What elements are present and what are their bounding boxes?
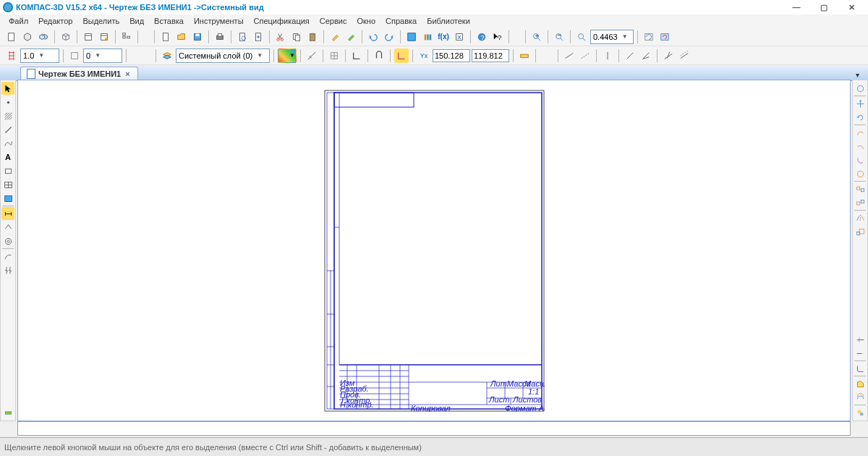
- zoom-fit-icon[interactable]: [574, 30, 589, 44]
- move-icon[interactable]: [854, 97, 867, 110]
- rotate-icon[interactable]: [854, 111, 867, 124]
- close-button[interactable]: ✕: [838, 1, 865, 14]
- substep-combo[interactable]: 0▼: [83, 48, 122, 63]
- brush2-icon[interactable]: [344, 30, 358, 44]
- tab-dropdown-icon[interactable]: ▾: [850, 69, 865, 80]
- minimize-button[interactable]: —: [783, 1, 810, 14]
- zoom-in-icon[interactable]: +: [529, 30, 544, 44]
- new-icon[interactable]: [158, 30, 173, 44]
- manager-icon[interactable]: [404, 30, 419, 44]
- refresh-icon[interactable]: [642, 30, 656, 44]
- view-tool-icon[interactable]: [1, 192, 14, 205]
- drawing-canvas[interactable]: Изм Разраб. Пров. Т.контр. Н.контр. Лит.…: [18, 80, 850, 421]
- spec-icon[interactable]: [81, 30, 95, 44]
- ortho-icon[interactable]: [349, 48, 364, 63]
- arc3-icon[interactable]: [854, 153, 867, 166]
- spline-tool-icon[interactable]: [1, 137, 14, 150]
- menu-libraries[interactable]: Библиотеки: [422, 15, 475, 27]
- copy-icon[interactable]: [289, 30, 304, 44]
- grid-icon[interactable]: [327, 48, 341, 63]
- state-icon[interactable]: [4, 48, 19, 63]
- offset-line-icon[interactable]: [677, 48, 692, 63]
- local-cs-icon[interactable]: [394, 48, 409, 63]
- scale-icon[interactable]: [854, 225, 867, 238]
- trim-icon[interactable]: [854, 333, 867, 346]
- point-tool-icon[interactable]: [1, 96, 14, 109]
- open-icon[interactable]: [174, 30, 189, 44]
- paste-icon[interactable]: [305, 30, 320, 44]
- new-part-icon[interactable]: [20, 30, 35, 44]
- coord-x[interactable]: 150.128: [433, 49, 470, 62]
- vars-icon[interactable]: x: [452, 30, 467, 44]
- coord-y[interactable]: 119.812: [472, 49, 509, 62]
- menu-spec[interactable]: Спецификация: [250, 15, 314, 27]
- line-tool-icon[interactable]: [1, 123, 14, 136]
- measure-icon[interactable]: [517, 48, 532, 63]
- undo-icon[interactable]: [366, 30, 380, 44]
- zoom-out-icon[interactable]: −: [552, 30, 566, 44]
- rough-tool-icon[interactable]: [1, 221, 14, 234]
- whatsthis-icon[interactable]: ?: [490, 30, 505, 44]
- step-combo[interactable]: 1.0▼: [20, 48, 59, 63]
- state2-icon[interactable]: [67, 48, 82, 63]
- contour-icon[interactable]: [854, 377, 867, 390]
- print-icon[interactable]: [213, 30, 227, 44]
- equiv-icon[interactable]: [854, 391, 867, 404]
- redo-icon[interactable]: [382, 30, 396, 44]
- arc2-icon[interactable]: [854, 140, 867, 153]
- angle-line-icon[interactable]: [639, 48, 653, 63]
- text-tool-icon[interactable]: A: [1, 151, 14, 164]
- dim-tool-icon[interactable]: [1, 207, 14, 220]
- preview-icon[interactable]: [235, 30, 250, 44]
- table-tool-icon[interactable]: [1, 178, 14, 191]
- redraw-icon[interactable]: [658, 30, 672, 44]
- cursor-tool-icon[interactable]: [1, 82, 14, 95]
- mirror-icon[interactable]: [854, 211, 867, 224]
- hatch-tool-icon[interactable]: [1, 109, 14, 122]
- help-icon[interactable]: ?: [475, 30, 489, 44]
- diag-line-icon[interactable]: [623, 48, 637, 63]
- lib-icon[interactable]: [420, 30, 435, 44]
- fx-icon[interactable]: f(x): [436, 30, 451, 44]
- menu-insert[interactable]: Вставка: [150, 15, 188, 27]
- spec2-icon[interactable]: [97, 30, 111, 44]
- vert-line-icon[interactable]: [600, 48, 615, 63]
- menu-file[interactable]: Файл: [4, 15, 33, 27]
- cube-icon[interactable]: [59, 30, 73, 44]
- tree-icon[interactable]: [119, 30, 134, 44]
- new-assembly-icon[interactable]: [36, 30, 51, 44]
- line1-icon[interactable]: [562, 48, 576, 63]
- perp-line-icon[interactable]: [661, 48, 676, 63]
- xform1-icon[interactable]: [854, 182, 867, 195]
- menu-edit[interactable]: Редактор: [34, 15, 77, 27]
- constraint-tool-icon[interactable]: [1, 406, 14, 419]
- assembly-icon[interactable]: [854, 406, 867, 419]
- tolerance-tool-icon[interactable]: [1, 235, 14, 248]
- cut-icon[interactable]: [273, 30, 288, 44]
- arc1-icon[interactable]: [854, 126, 867, 139]
- break-tool-icon[interactable]: [1, 263, 14, 276]
- snap-icon[interactable]: [372, 48, 386, 63]
- new-doc-icon[interactable]: [4, 30, 19, 44]
- menu-tools[interactable]: Инструменты: [190, 15, 248, 27]
- menu-window[interactable]: Окно: [352, 15, 380, 27]
- fillet-icon[interactable]: [854, 362, 867, 375]
- layer-icon[interactable]: [160, 48, 174, 63]
- xy-icon[interactable]: Yx: [417, 48, 431, 63]
- menu-view[interactable]: Вид: [125, 15, 148, 27]
- extend-icon[interactable]: [854, 347, 867, 360]
- color-btn[interactable]: ▼: [278, 48, 297, 63]
- xform2-icon[interactable]: [854, 196, 867, 209]
- properties-icon[interactable]: [251, 30, 265, 44]
- menu-help[interactable]: Справка: [381, 15, 421, 27]
- menu-select[interactable]: Выделить: [78, 15, 124, 27]
- dim-tool-icon[interactable]: [305, 48, 319, 63]
- circle-icon[interactable]: [854, 82, 867, 95]
- zoom-combo[interactable]: 0.4463▼: [590, 30, 634, 44]
- save-icon[interactable]: [190, 30, 205, 44]
- menu-service[interactable]: Сервис: [315, 15, 352, 27]
- line2-icon[interactable]: [578, 48, 592, 63]
- document-tab[interactable]: Чертеж БЕЗ ИМЕНИ1 ×: [20, 67, 138, 80]
- layer-combo[interactable]: Системный слой (0)▼: [176, 48, 270, 63]
- maximize-button[interactable]: ▢: [810, 1, 838, 14]
